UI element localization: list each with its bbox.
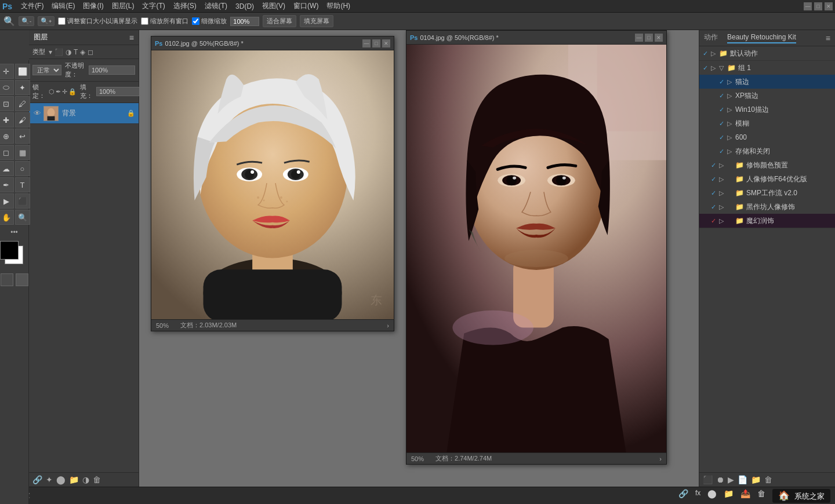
blend-mode-select[interactable]: 正常 <box>32 65 61 75</box>
blur-tool[interactable]: ☁ <box>0 161 14 176</box>
doc2-maximize[interactable]: □ <box>645 34 653 42</box>
zoom-all-checkbox[interactable]: 缩放所有窗口 <box>141 17 188 25</box>
expand-magic[interactable]: ▷ <box>719 217 727 225</box>
action-item-magic[interactable]: ✓ ▷ 📁 魔幻润饰 <box>699 214 835 228</box>
doc1-close[interactable]: ✕ <box>382 39 390 48</box>
type-tool[interactable]: T <box>15 177 30 192</box>
create-set-icon[interactable]: 📁 <box>751 475 761 484</box>
doc2-title-bar[interactable]: Ps 0104.jpg @ 50%(RGB/8#) * — □ ✕ <box>406 31 666 45</box>
create-group-icon[interactable]: 📁 <box>69 475 79 484</box>
marquee-tool[interactable]: ⬜ <box>15 64 30 79</box>
brush-tool[interactable]: 🖌 <box>15 112 30 127</box>
doc2-minimize[interactable]: — <box>635 34 643 42</box>
link-icon[interactable]: 🔗 <box>678 489 688 503</box>
expand-maobian[interactable]: ▷ <box>727 78 735 86</box>
stop-action-icon[interactable]: ⬛ <box>703 475 713 484</box>
expand-dark-workshop[interactable]: ▷ <box>719 203 727 211</box>
opacity-input[interactable] <box>89 65 135 75</box>
menu-image[interactable]: 图像(I) <box>79 0 107 12</box>
menu-window[interactable]: 窗口(W) <box>289 0 322 12</box>
action-item-dark-workshop[interactable]: ✓ ▷ 📁 黑作坊人像修饰 <box>699 200 835 214</box>
quick-mask-btn[interactable] <box>1 273 13 286</box>
zoom-tool[interactable]: 🔍 <box>15 210 30 225</box>
gradient-tool[interactable]: ▦ <box>15 145 30 160</box>
smart-filter-icon[interactable]: ◻ <box>88 48 93 56</box>
record-action-icon[interactable]: ⏺ <box>716 475 724 484</box>
pen-tool[interactable]: ✒ <box>0 177 14 192</box>
action-item-save-close[interactable]: ✓ ▷ 存储和关闭 <box>699 144 835 158</box>
lasso-tool[interactable]: ⬭ <box>0 80 14 95</box>
expand-smp[interactable]: ▷ <box>719 189 727 197</box>
trash-btn[interactable]: 🗑 <box>757 489 765 503</box>
lock-position-icon[interactable]: ✛ <box>62 88 67 96</box>
action-group1-header[interactable]: ✓ ▷ ▽ 📁 组 1 <box>699 61 835 75</box>
expand-momo[interactable]: ▷ <box>727 120 735 127</box>
action-item-maobian[interactable]: ✓ ▷ 猫边 <box>699 75 835 89</box>
scrubby-zoom-checkbox[interactable]: 细微缩放 <box>192 17 227 25</box>
doc1-maximize[interactable]: □ <box>372 39 380 48</box>
text-filter-icon[interactable]: T <box>74 48 78 56</box>
resize-window-checkbox[interactable]: 调整窗口大小以满屏显示 <box>58 17 137 25</box>
lock-all-icon[interactable]: 🔒 <box>68 88 77 96</box>
fx-icon[interactable]: fx <box>695 489 700 503</box>
expand-group1[interactable]: ▷ <box>711 64 719 72</box>
magic-wand-tool[interactable]: ✦ <box>15 80 30 95</box>
menu-help[interactable]: 帮助(H) <box>322 0 354 12</box>
shape-tool[interactable]: ⬛ <box>15 193 30 209</box>
menu-select[interactable]: 选择(S) <box>169 0 201 12</box>
maximize-main[interactable]: □ <box>814 2 822 10</box>
layer-item-background[interactable]: 👁 背景 🔒 <box>29 103 139 124</box>
create-action-icon[interactable]: 📄 <box>738 475 747 484</box>
layer-visibility-eye[interactable]: 👁 <box>32 109 42 118</box>
history-tool[interactable]: ↩ <box>15 129 30 144</box>
shape-filter-icon[interactable]: ◈ <box>80 48 85 56</box>
action-item-win10[interactable]: ✓ ▷ Win10描边 <box>699 103 835 116</box>
healing-tool[interactable]: ✚ <box>0 112 14 127</box>
move-tool[interactable]: ✛ <box>0 64 14 79</box>
path-select-tool[interactable]: ▶ <box>0 193 14 209</box>
expand-save-close[interactable]: ▷ <box>727 148 735 155</box>
menu-file[interactable]: 文件(F) <box>17 0 48 12</box>
doc1-scroll-right[interactable]: › <box>387 322 389 329</box>
fill-input[interactable] <box>96 87 143 96</box>
menu-filter[interactable]: 滤镜(T) <box>201 0 231 12</box>
foreground-color-swatch[interactable] <box>0 241 19 260</box>
expand-color-preset[interactable]: ▷ <box>719 162 727 169</box>
action-item-color-preset[interactable]: ✓ ▷ 📁 修饰颜色预置 <box>699 158 835 172</box>
action-item-momo[interactable]: ✓ ▷ 模糊 <box>699 116 835 130</box>
fit-screen-btn[interactable]: 适合屏幕 <box>263 15 296 27</box>
eraser-tool[interactable]: ◻ <box>0 145 14 160</box>
more-tools-btn[interactable]: ••• <box>10 228 18 236</box>
add-mask-icon[interactable]: ⬤ <box>56 475 66 484</box>
layers-panel-menu-btn[interactable]: ≡ <box>129 33 134 42</box>
action-default-group[interactable]: ✓ ▷ 📁 默认动作 <box>699 46 835 60</box>
menu-layer[interactable]: 图层(L) <box>108 0 139 12</box>
expand-xpmaobian[interactable]: ▷ <box>727 92 735 100</box>
tab-beauty-kit[interactable]: Beauty Retouching Kit <box>727 33 796 43</box>
action-item-portrait-f64[interactable]: ✓ ▷ 📁 人像修饰F64优化版 <box>699 172 835 186</box>
tab-actions[interactable]: 动作 <box>704 32 718 43</box>
delete-layer-icon[interactable]: 🗑 <box>93 475 101 484</box>
menu-view[interactable]: 视图(V) <box>258 0 289 12</box>
play-action-icon[interactable]: ▶ <box>728 475 734 484</box>
expand-portrait-f64[interactable]: ▷ <box>719 176 727 183</box>
expand-group1-2[interactable]: ▽ <box>719 64 727 72</box>
color-swatches[interactable] <box>0 241 29 268</box>
crop-tool[interactable]: ⊡ <box>0 96 14 111</box>
actions-panel-menu-btn[interactable]: ≡ <box>826 34 830 43</box>
expand-win10[interactable]: ▷ <box>727 106 735 114</box>
doc1-minimize[interactable]: — <box>362 39 371 48</box>
fill-screen-btn[interactable]: 填充屏幕 <box>300 15 333 27</box>
screen-mode-btn[interactable] <box>16 273 28 286</box>
action-item-smp[interactable]: ✓ ▷ 📁 SMP工作流 v2.0 <box>699 186 835 200</box>
lock-pixels-icon[interactable]: ✒ <box>56 88 61 96</box>
create-adjustment-icon[interactable]: ◑ <box>82 475 89 484</box>
zoom-in-btn[interactable]: 🔍+ <box>38 16 55 26</box>
action-item-600[interactable]: ✓ ▷ 600 <box>699 130 835 144</box>
layer-mask-icon[interactable]: ⬤ <box>707 489 717 503</box>
adjustment-filter-icon[interactable]: ◑ <box>66 48 71 56</box>
hand-tool[interactable]: ✋ <box>0 210 14 225</box>
doc1-title-bar[interactable]: Ps 0102.jpg @ 50%(RGB/8#) * — □ ✕ <box>151 36 394 50</box>
action-expand-default[interactable]: ▷ <box>711 50 719 57</box>
lock-transparent-icon[interactable]: ⬡ <box>49 88 55 96</box>
